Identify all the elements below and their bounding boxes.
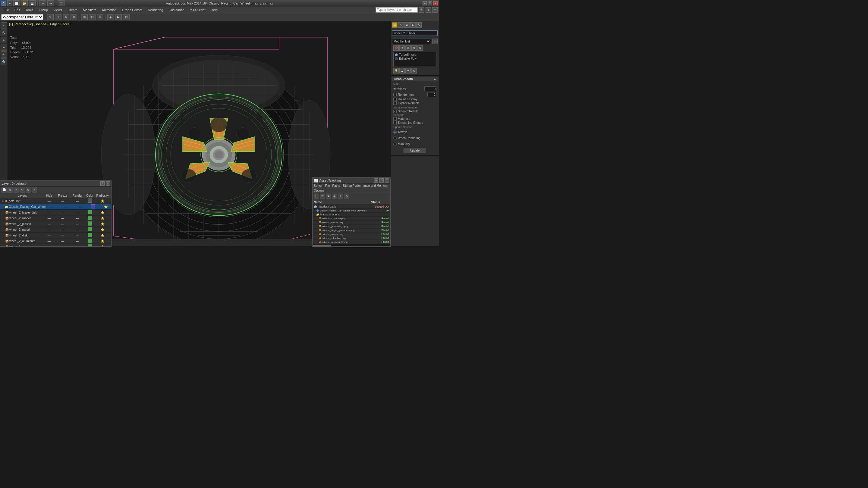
menu-customize[interactable]: Customize [166, 7, 187, 13]
align-btn[interactable]: ≡ [97, 14, 103, 20]
close-btn[interactable]: × [433, 1, 438, 5]
util-btn[interactable]: 🔧 [416, 22, 422, 28]
object-name-input[interactable] [392, 30, 438, 36]
menu-rendering[interactable]: Rendering [146, 7, 166, 13]
asset-list-view-btn[interactable]: ☰ [320, 194, 325, 199]
when-rendering-radio[interactable] [393, 136, 397, 140]
asset-row-diffuse[interactable]: 🖼 exterior_1_diffuse.png Found [313, 217, 390, 221]
scale-btn[interactable]: ⧖ [70, 14, 77, 20]
help-icon-btn[interactable]: ? [432, 7, 438, 13]
render-frame-btn[interactable]: 🖼 [123, 14, 130, 20]
layer-select-to-layer-btn[interactable]: ⊕ [26, 187, 31, 193]
motion-btn[interactable]: ▶ [410, 22, 415, 28]
configure-btn[interactable]: ⚙ [417, 45, 423, 51]
smoothing-groups-checkbox[interactable] [393, 121, 397, 124]
layer-row-brake2[interactable]: 📦brake_2 — — — ⭐ [0, 244, 111, 247]
render-setup-btn[interactable]: 🎬 [58, 0, 64, 6]
menu-group[interactable]: Group [36, 7, 50, 13]
search-options-btn[interactable]: ▾ [426, 7, 431, 13]
color-btn[interactable]: ◈ [392, 22, 398, 28]
render-iters-input[interactable] [427, 92, 436, 97]
menu-graph-editors[interactable]: Graph Editors [120, 7, 145, 13]
layer-row-plastic[interactable]: 📦wheel_2_plastic — — — ⭐ [0, 221, 111, 227]
layer-hide-default[interactable]: — [43, 199, 55, 203]
redo-btn[interactable]: ↪ [47, 0, 54, 6]
display-btn[interactable]: ◉ [404, 22, 410, 28]
asset-row-glossines[interactable]: 🖼 exterior_glossines_2.png Found [313, 224, 390, 228]
asset-menu-paths[interactable]: Paths [333, 184, 340, 187]
asset-row-refraction[interactable]: 🖼 exterior_refraction.png Found [313, 236, 390, 240]
layer-new-btn[interactable]: 📄 [1, 187, 7, 193]
layer-color-default[interactable] [85, 198, 95, 203]
layer-panel-question-btn[interactable]: ? [100, 181, 104, 186]
modifier-turbosmooth[interactable]: TurboSmooth [394, 53, 435, 57]
modifier-list-dropdown[interactable]: Modifier List [392, 38, 431, 44]
render-btn[interactable]: ▶ [115, 14, 122, 20]
smooth-result-checkbox[interactable]: ✓ [393, 110, 397, 113]
make-unique-btn[interactable]: ⊕ [405, 45, 411, 51]
menu-modifiers[interactable]: Modifiers [81, 7, 99, 13]
asset-extra-btn[interactable]: ⚙ [344, 194, 349, 199]
materials-checkbox[interactable] [393, 117, 397, 121]
asset-row-normal[interactable]: 🖼 exterior_normal.png Found [313, 232, 390, 236]
layer-row-default[interactable]: 🗂0 (default) ▾ — — — ⭐ [0, 198, 111, 204]
layer-delete-btn[interactable]: 🗑 [7, 187, 13, 193]
system-menu-btn[interactable]: ▾ [7, 0, 12, 6]
asset-row-maps-folder[interactable]: 📁 Maps / Shaders [313, 213, 390, 217]
render-iters-checkbox[interactable]: ✓ [393, 93, 397, 96]
mirror-btn[interactable]: ⊟ [89, 14, 96, 20]
asset-expand-all-btn[interactable]: ⊞ [332, 194, 337, 199]
asset-help-btn[interactable]: ? [338, 194, 343, 199]
pin-btn[interactable]: 📌 [393, 45, 399, 51]
show-result-btn[interactable]: 👁 [399, 45, 405, 51]
layer-render-default[interactable]: — [70, 199, 85, 203]
asset-row-hilight[interactable]: 🖼 exterior_hilight_glossiness.png Found [313, 228, 390, 232]
layer-select-objects-btn[interactable]: ↖ [20, 187, 25, 193]
asset-restore-btn[interactable]: □ [379, 178, 384, 183]
save-btn[interactable]: 💾 [29, 0, 36, 6]
type-btn[interactable]: ✎ [398, 22, 404, 28]
search-input[interactable] [375, 7, 418, 13]
display-panel-btn[interactable]: 👁 [1, 51, 7, 58]
menu-create[interactable]: Create [65, 7, 80, 13]
layer-row-disk[interactable]: 📦wheel_2_disk — — — ⭐ [0, 233, 111, 238]
minimize-btn[interactable]: – [423, 1, 427, 5]
menu-animation[interactable]: Animation [99, 7, 119, 13]
mod-lightbulb-btn[interactable]: 💡 [393, 68, 399, 73]
layer-row-metal[interactable]: 📦wheel_2_metal — — — ⭐ [0, 227, 111, 233]
layer-expand-btn[interactable]: ≡ [32, 187, 37, 193]
remove-modifier-btn[interactable]: 🗑 [411, 45, 417, 51]
open-btn[interactable]: 📂 [21, 0, 28, 6]
create-panel-btn[interactable]: + [1, 22, 7, 29]
menu-help[interactable]: Help [208, 7, 220, 13]
select-btn[interactable]: ↖ [47, 14, 54, 20]
modifier-list-expand-btn[interactable]: ▾ [432, 38, 438, 44]
asset-detail-view-btn[interactable]: ≣ [326, 194, 331, 199]
always-radio[interactable] [393, 130, 397, 134]
hierarchy-panel-btn[interactable]: ◈ [1, 37, 7, 43]
motion-panel-btn[interactable]: ▶ [1, 44, 7, 51]
asset-menu-options[interactable]: Options [314, 189, 324, 192]
asset-close-btn[interactable]: × [385, 178, 389, 183]
menu-edit[interactable]: Edit [12, 7, 23, 13]
material-editor-btn[interactable]: ◈ [107, 14, 114, 20]
explicit-normals-checkbox[interactable] [393, 101, 397, 105]
asset-scrollbar[interactable] [313, 244, 390, 247]
mod-move-up-btn[interactable]: ▲ [399, 68, 405, 73]
asset-minimize-btn[interactable]: – [374, 178, 378, 183]
modify-panel-btn[interactable]: 🔧 [1, 30, 7, 36]
snap-btn[interactable]: ⊞ [81, 14, 88, 20]
mod-move-down-btn[interactable]: ▼ [405, 68, 411, 73]
menu-file[interactable]: File [1, 7, 11, 13]
layer-freeze-default[interactable]: — [55, 199, 70, 203]
menu-views[interactable]: Views [51, 7, 64, 13]
layer-row-wheel-group[interactable]: 📁Classic_Racing_Car_Wheel — — — ⭐ [0, 204, 111, 210]
update-button[interactable]: Update [404, 148, 426, 153]
asset-menu-file[interactable]: File [325, 184, 330, 187]
modifier-editable-poly[interactable]: Editable Poly [394, 57, 435, 61]
layer-add-objects-btn[interactable]: + [13, 187, 19, 193]
utilities-panel-btn[interactable]: 🔩 [1, 59, 7, 65]
manually-radio[interactable] [393, 142, 397, 146]
new-btn[interactable]: 📄 [13, 0, 20, 6]
asset-refresh-btn[interactable]: ↻ [314, 194, 319, 199]
